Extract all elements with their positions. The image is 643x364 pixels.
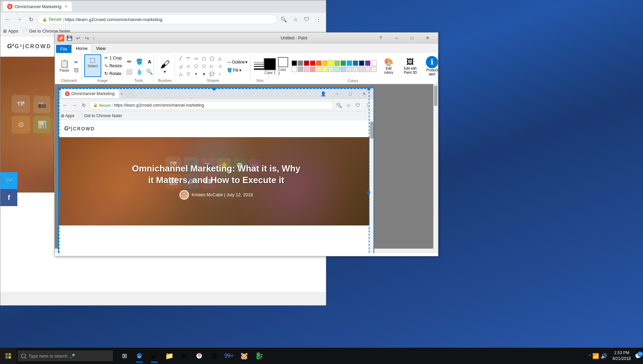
copy-button[interactable]: ⿻ — [72, 67, 81, 74]
color-black[interactable] — [292, 60, 297, 66]
color-green[interactable] — [341, 60, 346, 66]
inner-search-btn[interactable]: 🔍 — [335, 101, 343, 109]
inner-tab[interactable]: G Omnichannel Marketing: — [62, 89, 119, 98]
shape-ellipse[interactable]: ◯ — [208, 55, 215, 62]
taskbar-task-view[interactable]: ⊞ — [117, 348, 132, 363]
paint-maximize-button[interactable]: □ — [404, 33, 420, 43]
inner-close-btn[interactable]: ✕ — [357, 88, 371, 99]
bg-address-bar[interactable]: 🔒 Secure | https://learn.g2crowd.com/omn… — [38, 15, 277, 24]
taskbar-99plus[interactable]: 99+ — [222, 348, 237, 363]
taskbar-folder[interactable]: 📁 — [162, 348, 177, 363]
qat-undo-button[interactable]: ↩ — [74, 34, 82, 42]
brushes-button[interactable]: 🖌 ▼ — [157, 57, 172, 75]
color-picker-button[interactable]: 💧 — [134, 67, 145, 77]
eraser-button[interactable]: ⬜ — [124, 67, 135, 77]
shape-rect[interactable]: ▭ — [192, 55, 200, 62]
taskbar-app9[interactable]: 🐉 — [251, 348, 266, 363]
resize-button[interactable]: ⤡ Resize — [103, 62, 124, 69]
color-mint[interactable] — [328, 67, 334, 72]
taskbar-store[interactable]: 🛍 — [177, 348, 192, 363]
color-lemon[interactable] — [322, 67, 328, 72]
color-pale-gray[interactable] — [371, 67, 377, 72]
shape-left-arrow[interactable]: ◁ — [216, 62, 223, 70]
shape-right-triangle[interactable]: ◿ — [177, 62, 184, 70]
cut-button[interactable]: ✂ — [72, 58, 81, 66]
shape-diamond[interactable]: ◇ — [185, 62, 192, 70]
color-ice[interactable] — [347, 67, 352, 72]
edit-paint3d-button[interactable]: 🖼 Edit with Paint 3D — [400, 56, 420, 76]
zoom-button[interactable]: 🔍 — [144, 67, 155, 77]
paint-scrollbar-thumb-v[interactable] — [434, 86, 437, 106]
bg-tab-close[interactable]: ✕ — [65, 4, 68, 9]
shape-up-arrow[interactable]: △ — [177, 70, 184, 78]
color-gold[interactable] — [322, 60, 328, 66]
paint-scrollbar-v[interactable] — [433, 84, 438, 253]
shape-pentagon[interactable]: ⬠ — [192, 62, 200, 70]
pencil-button[interactable]: ✏ — [124, 56, 135, 67]
color-light-blue[interactable] — [341, 67, 346, 72]
outline-dropdown[interactable]: — Outline ▾ — [225, 59, 249, 66]
color-white2[interactable] — [292, 67, 297, 72]
color-dark-red[interactable] — [304, 60, 309, 66]
inner-profile-btn[interactable]: 👤 — [316, 88, 330, 99]
paint-file-menu[interactable]: File — [56, 45, 71, 53]
inner-chrome-bookmark[interactable]: 📄 Get to Chrome faster — [78, 113, 122, 118]
color-rose[interactable] — [304, 67, 309, 72]
inner-minimize-btn[interactable]: ─ — [330, 88, 344, 99]
qat-redo-button[interactable]: ↪ — [83, 34, 91, 42]
bg-forward-button[interactable]: → — [15, 15, 24, 24]
color-purple[interactable] — [365, 60, 370, 66]
color2-swatch[interactable] — [278, 57, 288, 67]
start-button[interactable] — [0, 348, 16, 364]
select-button[interactable]: ⬚ Select — [84, 54, 101, 77]
inner-refresh-btn[interactable]: ↻ — [80, 101, 88, 109]
inner-scrollbar-v[interactable] — [369, 120, 373, 253]
color-pale-green[interactable] — [353, 67, 358, 72]
taskbar-chrome[interactable] — [192, 348, 207, 363]
text-button[interactable]: A — [144, 56, 155, 67]
inner-new-tab[interactable] — [125, 90, 135, 97]
taskbar-search[interactable]: Type here to search 🎤 — [18, 350, 113, 361]
edit-colors-button[interactable]: 🎨 Edit colors — [379, 56, 398, 76]
bg-bookmark-btn[interactable]: ☆ — [291, 15, 300, 24]
paint-help-button[interactable]: ? — [373, 33, 388, 43]
shape-down-arrow[interactable]: ▽ — [185, 70, 192, 78]
color-gray[interactable] — [298, 60, 303, 66]
inner-scrollbar-thumb[interactable] — [370, 122, 373, 139]
color-red[interactable] — [310, 60, 315, 66]
inner-tab-close[interactable]: ✕ — [120, 92, 123, 96]
facebook-button[interactable]: f — [0, 189, 17, 206]
taskbar-clock[interactable]: 1:53 PM 8/21/2018 — [610, 350, 633, 362]
shape-scroll-next[interactable]: › — [216, 70, 223, 78]
fill-button[interactable]: 🪣 — [134, 56, 145, 67]
taskbar-edge[interactable] — [132, 348, 147, 363]
bg-refresh-button[interactable]: ↻ — [26, 15, 36, 24]
tray-volume[interactable]: 🔊 — [601, 353, 607, 359]
shape-callout[interactable]: 💬 — [208, 70, 215, 78]
inner-apps-bookmark[interactable]: ⊞ Apps — [61, 113, 74, 118]
fill-dropdown[interactable]: 🪣 Fill ▾ — [225, 67, 249, 74]
bg-menu-btn[interactable]: ⋮ — [314, 15, 323, 24]
inner-maximize-btn[interactable]: □ — [344, 88, 357, 99]
shape-curve[interactable]: 〜 — [185, 55, 192, 62]
shape-triangle[interactable]: △ — [216, 55, 223, 62]
paint-close-button[interactable]: ✕ — [420, 33, 435, 43]
paste-button[interactable]: 📋 Paste — [57, 58, 72, 74]
shape-four-arrow[interactable]: ✦ — [192, 70, 200, 78]
color-sky[interactable] — [347, 60, 352, 66]
color-light-green[interactable] — [334, 67, 340, 72]
shape-right-arrow[interactable]: ▷ — [208, 62, 215, 70]
paint-minimize-button[interactable]: ─ — [388, 33, 404, 43]
inner-menu-btn[interactable]: ⋮ — [363, 101, 371, 109]
shape-rounded-rect[interactable]: ▢ — [200, 55, 208, 62]
bg-browser-tab[interactable]: G Omnichannel Marketing: ✕ — [3, 2, 72, 11]
color-yellow[interactable] — [328, 60, 334, 66]
color-lavender[interactable] — [365, 67, 370, 72]
rotate-button[interactable]: ↻ Rotate — [103, 70, 124, 77]
inner-star-btn[interactable]: ☆ — [344, 101, 352, 109]
bg-back-button[interactable]: ← — [3, 15, 13, 24]
taskbar-mic-icon[interactable]: 🎤 — [70, 353, 75, 359]
product-alert-button[interactable]: ℹ Product alert — [422, 54, 442, 78]
inner-forward-btn[interactable]: → — [70, 101, 79, 109]
color-white[interactable] — [371, 60, 377, 66]
